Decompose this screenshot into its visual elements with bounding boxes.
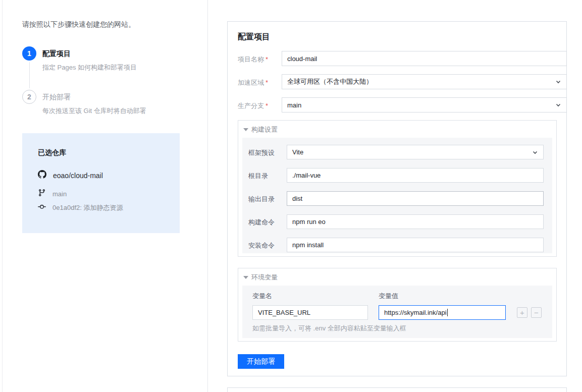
configure-project-card: 配置项目 项目名称* 加速区域* 全球可用区（不含中国大陆） 生产分支* (227, 21, 567, 376)
build-settings-header[interactable]: 构建设置 (243, 125, 278, 134)
install-cmd-input[interactable] (292, 241, 538, 249)
repo-name-row: eoao/cloud-mail (38, 170, 103, 181)
build-settings-body: 框架预设 Vite 根目录 输出目录 (242, 138, 552, 253)
repo-full-name: eoao/cloud-mail (53, 172, 103, 180)
build-cmd-label: 构建命令 (248, 218, 275, 227)
build-cmd-input-wrap (287, 214, 544, 229)
vertical-divider (207, 0, 208, 392)
project-name-input-wrap (282, 51, 567, 66)
root-dir-row: 根目录 (242, 168, 552, 183)
var-name-input[interactable] (258, 309, 362, 316)
branch-select-value: main (287, 101, 301, 109)
repo-commit-row: 0e1a0df2: 添加静态资源 (38, 203, 123, 213)
step-2-title: 开始部署 (42, 93, 71, 102)
output-dir-row: 输出目录 (242, 191, 552, 206)
build-settings-title: 构建设置 (251, 125, 278, 134)
repo-commit-message: 0e1a0df2: 添加静态资源 (52, 203, 123, 212)
framework-row: 框架预设 Vite (242, 145, 552, 159)
github-icon (38, 170, 46, 181)
root-dir-label: 根目录 (248, 172, 268, 181)
root-dir-input[interactable] (292, 172, 538, 179)
var-value-text: https://skymail.ink/api (384, 309, 447, 316)
build-cmd-input[interactable] (292, 218, 538, 226)
region-select-value: 全球可用区（不含中国大陆） (287, 77, 373, 86)
env-import-hint: 如需批量导入，可将 .env 全部内容粘贴至变量输入框 (252, 324, 406, 333)
output-dir-input-wrap (287, 191, 544, 206)
branch-label: 生产分支* (238, 101, 268, 110)
branch-row: 生产分支* main (238, 97, 557, 113)
var-value-header: 变量值 (379, 292, 398, 301)
step-2-indicator: 2 (22, 90, 36, 104)
install-cmd-input-wrap (287, 238, 544, 252)
region-select[interactable]: 全球可用区（不含中国大陆） (282, 74, 567, 89)
chevron-down-icon (555, 102, 561, 109)
output-dir-input[interactable] (292, 195, 538, 202)
step-2-subtitle: 每次推送至该 Git 仓库时将自动部署 (42, 106, 146, 116)
step-1-subtitle: 指定 Pages 如何构建和部署项目 (42, 63, 137, 72)
branch-select[interactable]: main (282, 97, 567, 113)
repo-branch-name: main (52, 190, 67, 198)
var-value-input[interactable]: https://skymail.ink/api (379, 305, 506, 320)
wizard-intro-text: 请按照以下步骤快速创建您的网站。 (22, 20, 135, 29)
env-vars-title: 环境变量 (251, 273, 278, 282)
pages-create-wizard: 请按照以下步骤快速创建您的网站。 1 配置项目 指定 Pages 如何构建和部署… (0, 0, 582, 392)
chevron-down-icon (555, 79, 561, 86)
selected-repo-title: 已选仓库 (38, 148, 66, 157)
add-variable-button[interactable]: + (517, 307, 527, 318)
required-asterisk: * (266, 79, 268, 86)
remove-variable-button[interactable]: − (531, 307, 542, 318)
required-asterisk: * (266, 102, 268, 109)
var-name-header: 变量名 (252, 292, 272, 301)
project-name-row: 项目名称* (238, 51, 557, 66)
step-1-number: 1 (27, 49, 31, 58)
output-dir-label: 输出目录 (248, 195, 275, 204)
start-deploy-button[interactable]: 开始部署 (238, 354, 284, 369)
framework-select-value: Vite (292, 148, 303, 156)
install-cmd-row: 安装命令 (242, 238, 552, 252)
next-card-partial (227, 387, 567, 392)
framework-label: 框架预设 (248, 148, 275, 157)
left-edge-line (2, 0, 3, 392)
selected-repo-panel: 已选仓库 eoao/cloud-mail main 0e1a0df2: 添加静态… (22, 133, 180, 233)
env-vars-header[interactable]: 环境变量 (243, 273, 278, 282)
env-vars-body: 变量名 变量值 https://skymail.ink/api + − 如需批量… (242, 286, 552, 338)
collapse-triangle-icon (243, 128, 248, 131)
step-connector-line (29, 62, 30, 88)
project-name-label: 项目名称* (238, 55, 268, 64)
project-name-input[interactable] (287, 55, 561, 63)
install-cmd-label: 安装命令 (248, 241, 275, 250)
region-label: 加速区域* (238, 78, 268, 87)
step-1-title: 配置项目 (42, 49, 71, 59)
repo-branch-row: main (38, 189, 67, 199)
card-title: 配置项目 (238, 32, 270, 42)
region-row: 加速区域* 全球可用区（不含中国大陆） (238, 74, 557, 89)
env-vars-section: 环境变量 变量名 变量值 https://skymail.ink/api + −… (238, 268, 557, 342)
framework-select[interactable]: Vite (287, 145, 544, 159)
git-branch-icon (38, 189, 46, 199)
chevron-down-icon (532, 149, 538, 157)
step-1-indicator: 1 (22, 46, 36, 61)
build-cmd-row: 构建命令 (242, 214, 552, 229)
build-settings-section: 构建设置 框架预设 Vite 根目录 输出目录 (238, 120, 557, 257)
var-name-input-wrap (252, 305, 368, 320)
text-caret (447, 309, 448, 316)
root-dir-input-wrap (287, 168, 544, 183)
required-asterisk: * (266, 55, 268, 63)
step-2-number: 2 (27, 93, 31, 101)
git-commit-icon (38, 203, 46, 213)
collapse-triangle-icon (243, 276, 248, 279)
